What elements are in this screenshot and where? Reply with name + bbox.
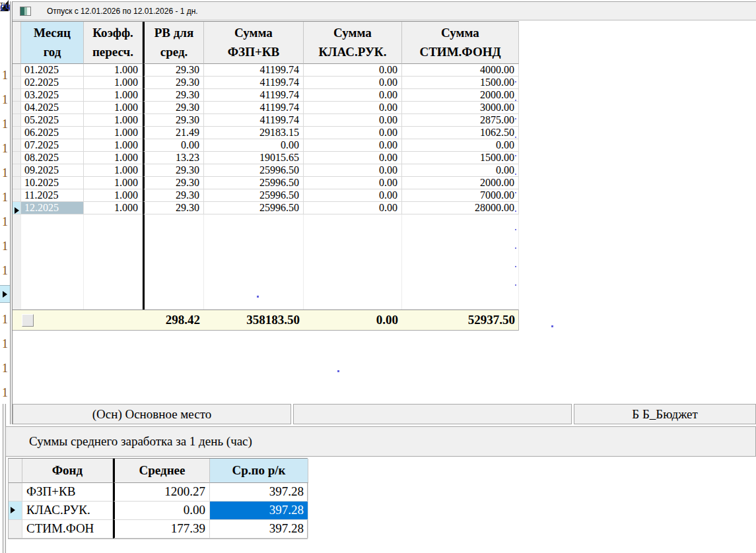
row-gutter-cell[interactable] bbox=[13, 164, 21, 177]
cell-rv[interactable]: 29.30 bbox=[143, 89, 204, 102]
cell-klas-ruk[interactable]: 0.00 bbox=[304, 189, 402, 202]
cell-stim-fond[interactable]: 2875.00 bbox=[402, 114, 519, 127]
cell-coeff[interactable]: 1.000 bbox=[84, 64, 143, 77]
cell-klas-ruk[interactable]: 0.00 bbox=[304, 177, 402, 189]
cell-fzp-kv[interactable]: 25996.50 bbox=[204, 202, 304, 214]
cell-month[interactable]: 08.2025 bbox=[21, 152, 84, 164]
row-gutter-cell[interactable] bbox=[9, 502, 22, 520]
cell-rv[interactable]: 21.49 bbox=[143, 127, 204, 139]
row-gutter-cell[interactable] bbox=[13, 89, 21, 102]
table-row[interactable]: КЛАС.РУК.0.00397.28 bbox=[9, 502, 307, 520]
table-row[interactable]: 09.20251.00029.3025996.500.000.00 bbox=[13, 164, 518, 177]
cell-rv[interactable]: 29.30 bbox=[143, 164, 204, 177]
cell-stim-fond[interactable]: 3000.00 bbox=[402, 102, 519, 114]
cell-coeff[interactable]: 1.000 bbox=[84, 102, 143, 114]
cell-coeff[interactable]: 1.000 bbox=[84, 77, 143, 89]
cell-month[interactable]: 03.2025 bbox=[21, 89, 84, 102]
cell-coeff[interactable]: 1.000 bbox=[84, 89, 143, 102]
cell-rv[interactable]: 29.30 bbox=[143, 102, 204, 114]
cell-fzp-kv[interactable]: 25996.50 bbox=[204, 189, 304, 202]
cell-avg-rk[interactable]: 397.28 bbox=[210, 520, 308, 538]
cell-coeff[interactable]: 1.000 bbox=[84, 202, 143, 214]
cell-month[interactable]: 06.2025 bbox=[21, 127, 84, 139]
cell-klas-ruk[interactable]: 0.00 bbox=[304, 202, 402, 214]
cell-month[interactable]: 10.2025 bbox=[21, 177, 84, 189]
cell-stim-fond[interactable]: 2000.00 bbox=[402, 177, 519, 189]
cell-fzp-kv[interactable]: 41199.74 bbox=[204, 77, 304, 89]
cell-coeff[interactable]: 1.000 bbox=[84, 114, 143, 127]
table-row[interactable]: 10.20251.00029.3025996.500.002000.00 bbox=[13, 177, 518, 189]
cell-coeff[interactable]: 1.000 bbox=[84, 127, 143, 139]
cell-month[interactable]: 04.2025 bbox=[21, 102, 84, 114]
table-row[interactable]: 08.20251.00013.2319015.650.001500.00 bbox=[13, 152, 518, 164]
cell-fzp-kv[interactable]: 41199.74 bbox=[204, 64, 304, 77]
cell-fzp-kv[interactable]: 41199.74 bbox=[204, 102, 304, 114]
cell-fzp-kv[interactable]: 41199.74 bbox=[204, 114, 304, 127]
cell-rv[interactable]: 29.30 bbox=[143, 177, 204, 189]
cell-fzp-kv[interactable]: 0.00 bbox=[204, 139, 304, 152]
table-row[interactable]: 03.20251.00029.3041199.740.002000.00 bbox=[13, 89, 518, 102]
cell-klas-ruk[interactable]: 0.00 bbox=[304, 89, 402, 102]
cell-fzp-kv[interactable]: 25996.50 bbox=[204, 164, 304, 177]
row-gutter-cell[interactable] bbox=[13, 64, 21, 77]
cell-stim-fond[interactable]: 28000.00 bbox=[402, 202, 519, 214]
cell-rv[interactable]: 29.30 bbox=[143, 189, 204, 202]
cell-rv[interactable]: 29.30 bbox=[143, 64, 204, 77]
cell-fzp-kv[interactable]: 25996.50 bbox=[204, 177, 304, 189]
cell-coeff[interactable]: 1.000 bbox=[84, 139, 143, 152]
cell-coeff[interactable]: 1.000 bbox=[84, 177, 143, 189]
table-row[interactable]: 11.20251.00029.3025996.500.007000.00 bbox=[13, 189, 518, 202]
cell-stim-fond[interactable]: 1500.00 bbox=[402, 77, 519, 89]
table-row[interactable]: 06.20251.00021.4929183.150.001062.50 bbox=[13, 127, 518, 139]
row-gutter-cell[interactable] bbox=[13, 77, 21, 89]
cell-coeff[interactable]: 1.000 bbox=[84, 189, 143, 202]
cell-stim-fond[interactable]: 1500.00 bbox=[402, 152, 519, 164]
cell-stim-fond[interactable]: 0.00 bbox=[402, 139, 519, 152]
cell-stim-fond[interactable]: 4000.00 bbox=[402, 64, 519, 77]
row-gutter-cell[interactable] bbox=[13, 127, 21, 139]
cell-klas-ruk[interactable]: 0.00 bbox=[304, 114, 402, 127]
cell-month[interactable]: 07.2025 bbox=[21, 139, 84, 152]
cell-coeff[interactable]: 1.000 bbox=[84, 152, 143, 164]
cell-rv[interactable]: 29.30 bbox=[143, 114, 204, 127]
cell-average[interactable]: 0.00 bbox=[113, 502, 210, 520]
cell-fund[interactable]: КЛАС.РУК. bbox=[22, 502, 113, 520]
cell-rv[interactable]: 29.30 bbox=[143, 77, 204, 89]
cell-month[interactable]: 12.2025 bbox=[21, 202, 84, 214]
cell-month[interactable]: 02.2025 bbox=[21, 77, 84, 89]
cell-klas-ruk[interactable]: 0.00 bbox=[304, 152, 402, 164]
row-gutter-cell[interactable] bbox=[9, 520, 22, 538]
cell-coeff[interactable]: 1.000 bbox=[84, 164, 143, 177]
cell-month[interactable]: 05.2025 bbox=[21, 114, 84, 127]
cell-fund[interactable]: ФЗП+КВ bbox=[22, 483, 113, 502]
cell-fzp-kv[interactable]: 19015.65 bbox=[204, 152, 304, 164]
cell-stim-fond[interactable]: 7000.00 bbox=[402, 189, 519, 202]
cell-avg-rk[interactable]: 397.28 bbox=[210, 483, 308, 502]
row-gutter-cell[interactable] bbox=[13, 152, 21, 164]
cell-average[interactable]: 1200.27 bbox=[113, 483, 210, 502]
cell-klas-ruk[interactable]: 0.00 bbox=[304, 77, 402, 89]
cell-stim-fond[interactable]: 0.00 bbox=[402, 164, 519, 177]
table-row[interactable]: 02.20251.00029.3041199.740.001500.00 bbox=[13, 77, 518, 89]
cell-klas-ruk[interactable]: 0.00 bbox=[304, 139, 402, 152]
cell-rv[interactable]: 13.23 bbox=[143, 152, 204, 164]
cell-month[interactable]: 01.2025 bbox=[21, 64, 84, 77]
row-gutter-cell[interactable] bbox=[13, 202, 21, 214]
table-row[interactable]: ФЗП+КВ1200.27397.28 bbox=[9, 483, 307, 502]
row-gutter-cell[interactable] bbox=[9, 483, 22, 502]
cell-avg-rk[interactable]: 397.28 bbox=[210, 502, 308, 520]
cell-klas-ruk[interactable]: 0.00 bbox=[304, 164, 402, 177]
cell-average[interactable]: 177.39 bbox=[113, 520, 210, 538]
cell-klas-ruk[interactable]: 0.00 bbox=[304, 102, 402, 114]
cell-month[interactable]: 11.2025 bbox=[21, 189, 84, 202]
table-row[interactable]: 01.20251.00029.3041199.740.004000.00 bbox=[13, 64, 518, 77]
cell-month[interactable]: 09.2025 bbox=[21, 164, 84, 177]
table-row[interactable]: 07.20251.0000.000.000.000.00 bbox=[13, 139, 518, 152]
window-titlebar[interactable]: Отпуск с 12.01.2026 по 12.01.2026 - 1 дн… bbox=[13, 1, 756, 20]
cell-klas-ruk[interactable]: 0.00 bbox=[304, 64, 402, 77]
cell-stim-fond[interactable]: 2000.00 bbox=[402, 89, 519, 102]
cell-fund[interactable]: СТИМ.ФОН bbox=[22, 520, 113, 538]
row-gutter-cell[interactable] bbox=[13, 189, 21, 202]
cell-stim-fond[interactable]: 1062.50 bbox=[402, 127, 519, 139]
table-row[interactable]: 05.20251.00029.3041199.740.002875.00 bbox=[13, 114, 518, 127]
